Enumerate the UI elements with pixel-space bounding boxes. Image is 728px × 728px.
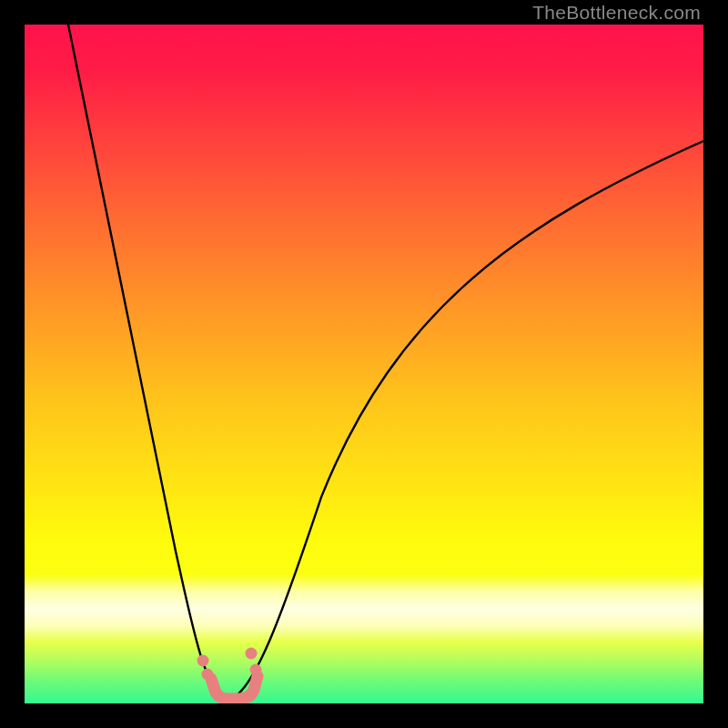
- bottleneck-curve: [25, 25, 703, 703]
- svg-point-3: [246, 648, 258, 660]
- plot-frame: [25, 25, 703, 703]
- svg-point-1: [197, 655, 209, 667]
- watermark-text: TheBottleneck.com: [532, 2, 701, 24]
